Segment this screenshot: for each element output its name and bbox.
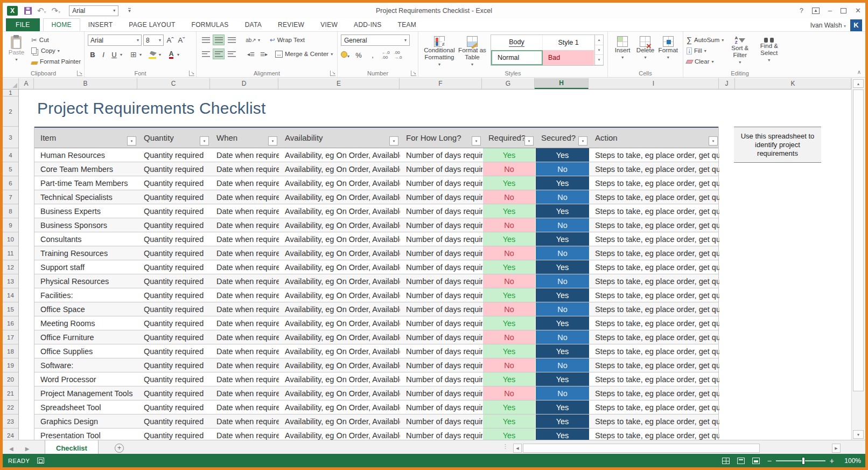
filter-dropdown-icon[interactable]: ▾ [127,136,136,146]
cell-item[interactable]: Facilities: [34,288,138,302]
horizontal-scrollbar-thumb[interactable] [523,444,760,453]
cell-availability[interactable]: Availability, eg On Order, Available [279,246,400,260]
horizontal-scrollbar[interactable]: ◀ ▶ [513,444,841,453]
cell-action[interactable]: Steps to take, eg place order, get quote [589,176,719,190]
cell-required[interactable]: Yes [482,400,535,414]
cell-availability[interactable]: Availability, eg On Order, Available [279,344,400,358]
cell-how-long[interactable]: Number of days required [400,162,482,176]
cell-how-long[interactable]: Number of days required [400,358,482,372]
column-header-b[interactable]: B [34,78,137,89]
filter-dropdown-icon[interactable]: ▾ [268,136,277,146]
cell-action[interactable]: Steps to take, eg place order, get quote [589,358,719,372]
align-center-button[interactable] [213,49,225,59]
macro-record-icon[interactable] [37,458,44,464]
cell-item[interactable]: Training Resources [34,246,138,260]
cell-quantity[interactable]: Quantity required [138,414,211,428]
cell-how-long[interactable]: Number of days required [400,386,482,400]
cell-item[interactable]: Office Furniture [34,330,138,344]
cell-secured[interactable]: No [535,358,589,372]
format-cells-button[interactable]: Format▾ [657,34,680,61]
scroll-down-arrow-icon[interactable]: ▼ [853,430,864,439]
zoom-slider-thumb[interactable] [802,457,805,465]
cell-quantity[interactable]: Quantity required [138,330,211,344]
cell-quantity[interactable]: Quantity required [138,204,211,218]
decrease-decimal-button[interactable]: .00→.0 [394,50,402,60]
cell-item[interactable]: Support staff [34,260,138,274]
cell-action[interactable]: Steps to take, eg place order, get quote [589,218,719,232]
column-header-d[interactable]: D [210,78,278,89]
cell-how-long[interactable]: Number of days required [400,372,482,386]
cell-secured[interactable]: No [535,190,589,204]
font-color-dropdown[interactable]: ▾ [177,52,179,57]
fill-color-button[interactable] [148,49,158,60]
column-header-c[interactable]: C [137,78,210,89]
style-style1[interactable]: Style 1 [543,35,594,50]
row-header-5[interactable]: 5 [3,162,18,176]
borders-button[interactable]: ⊞ [129,49,138,60]
fill-button[interactable]: ↓Fill ▾ [687,45,724,56]
cell-required[interactable]: Yes [482,316,535,330]
percent-style-button[interactable]: % [354,50,363,60]
cell-secured[interactable]: No [535,330,589,344]
cell-availability[interactable]: Availability, eg On Order, Available [279,148,400,162]
cell-secured[interactable]: No [535,162,589,176]
zoom-slider[interactable] [776,460,825,461]
cell-required[interactable]: No [482,218,535,232]
decrease-indent-button[interactable]: ◂☰ [245,49,257,59]
ribbon-tab-view[interactable]: VIEW [312,18,346,31]
cell-quantity[interactable]: Quantity required [138,162,211,176]
cell-item[interactable]: Software: [34,358,138,372]
bold-button[interactable]: B [88,49,97,60]
cell-required[interactable]: Yes [482,288,535,302]
cell-action[interactable]: Steps to take, eg place order, get quote [589,400,719,414]
row-header-19[interactable]: 19 [3,358,18,372]
filter-dropdown-icon[interactable]: ▾ [524,136,534,146]
cell-quantity[interactable]: Quantity required [138,176,211,190]
cell-when[interactable]: Date when required [211,190,279,204]
cell-when[interactable]: Date when required [211,218,279,232]
cell-availability[interactable]: Availability, eg On Order, Available [279,428,400,440]
cell-required[interactable]: Yes [482,372,535,386]
cell-when[interactable]: Date when required [211,330,279,344]
filter-dropdown-icon[interactable]: ▾ [200,136,209,146]
copy-button[interactable]: Copy ▾ [31,45,81,56]
cell-required[interactable]: No [482,358,535,372]
cell-secured[interactable]: Yes [535,400,589,414]
cell-action[interactable]: Steps to take, eg place order, get quote [589,274,719,288]
minimize-button[interactable]: – [828,6,832,15]
zoom-level[interactable]: 100% [842,457,861,465]
gallery-down-button[interactable]: ▾ [595,45,603,56]
cell-when[interactable]: Date when required [211,246,279,260]
cell-availability[interactable]: Availability, eg On Order, Available [279,414,400,428]
align-right-button[interactable] [226,49,237,59]
cell-item[interactable]: Word Processor [34,372,138,386]
cell-availability[interactable]: Availability, eg On Order, Available [279,274,400,288]
cell-secured[interactable]: No [535,218,589,232]
cell-item[interactable]: Graphics Design [34,414,138,428]
row-header-8[interactable]: 8 [3,204,18,218]
cell-action[interactable]: Steps to take, eg place order, get quote [589,246,719,260]
cell-action[interactable]: Steps to take, eg place order, get quote [589,232,719,246]
style-normal[interactable]: Normal [491,50,543,65]
cell-when[interactable]: Date when required [211,260,279,274]
row-header-18[interactable]: 18 [3,344,18,358]
cell-item[interactable]: Presentation Tool [34,428,138,440]
new-sheet-button[interactable]: + [115,444,124,453]
cell-item[interactable]: Office Supplies [34,344,138,358]
row-header-13[interactable]: 13 [3,274,18,288]
cell-when[interactable]: Date when required [211,372,279,386]
cell-item[interactable]: Office Space [34,302,138,316]
cell-required[interactable]: No [482,274,535,288]
cell-availability[interactable]: Availability, eg On Order, Available [279,288,400,302]
cell-availability[interactable]: Availability, eg On Order, Available [279,204,400,218]
cell-how-long[interactable]: Number of days required [400,316,482,330]
cell-required[interactable]: Yes [482,204,535,218]
row-header-15[interactable]: 15 [3,302,18,316]
cell-secured[interactable]: No [535,246,589,260]
ribbon-tab-file[interactable]: FILE [6,18,40,31]
cell-how-long[interactable]: Number of days required [400,246,482,260]
insert-cells-button[interactable]: Insert▾ [611,34,634,61]
scroll-right-arrow-icon[interactable]: ▶ [832,444,841,453]
cell-item[interactable]: Technical Specialists [34,190,138,204]
collapse-ribbon-button[interactable]: ∧ [857,69,861,75]
